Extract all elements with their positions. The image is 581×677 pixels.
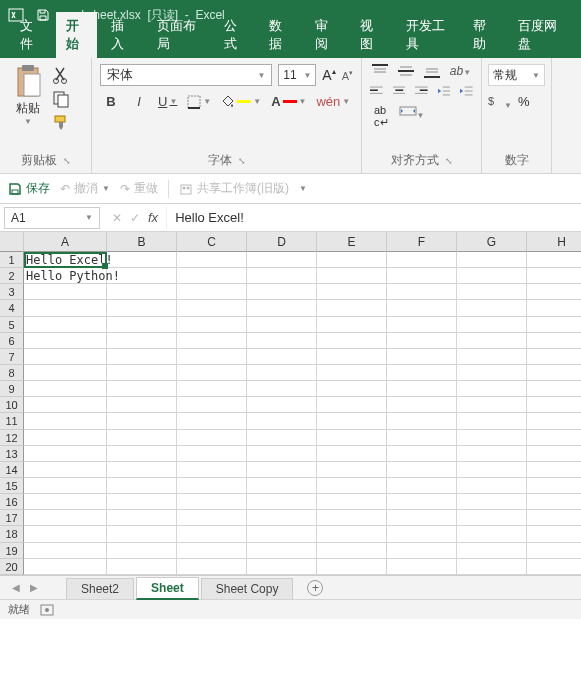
cell[interactable] (457, 478, 527, 494)
cell[interactable] (387, 317, 457, 333)
row-header[interactable]: 12 (0, 430, 24, 446)
cell[interactable] (317, 284, 387, 300)
menu-view[interactable]: 视图 (350, 12, 392, 58)
cell[interactable] (177, 559, 247, 575)
cell[interactable] (457, 381, 527, 397)
qat-share-workbook-button[interactable]: 共享工作簿(旧版) (179, 180, 289, 197)
cell[interactable] (527, 543, 581, 559)
cell[interactable] (457, 284, 527, 300)
qat-redo-button[interactable]: ↷ 重做 (120, 180, 158, 197)
cell[interactable] (317, 510, 387, 526)
row-header[interactable]: 17 (0, 510, 24, 526)
cell[interactable] (527, 430, 581, 446)
cell[interactable] (457, 526, 527, 542)
cell[interactable] (177, 268, 247, 284)
increase-indent-icon[interactable] (460, 84, 473, 98)
cell[interactable] (177, 413, 247, 429)
row-header[interactable]: 5 (0, 317, 24, 333)
cell[interactable] (387, 430, 457, 446)
cell[interactable] (24, 381, 107, 397)
column-header[interactable]: E (317, 232, 387, 252)
cell[interactable] (457, 268, 527, 284)
cell[interactable] (247, 284, 317, 300)
cell[interactable]: Hello Excel! (24, 252, 107, 268)
cell[interactable] (387, 446, 457, 462)
cell[interactable] (177, 494, 247, 510)
cell[interactable] (177, 381, 247, 397)
cell[interactable] (247, 478, 317, 494)
row-header[interactable]: 1 (0, 252, 24, 268)
cell[interactable] (24, 526, 107, 542)
row-header[interactable]: 7 (0, 349, 24, 365)
cell[interactable] (457, 333, 527, 349)
row-header[interactable]: 2 (0, 268, 24, 284)
cell[interactable] (177, 478, 247, 494)
cell[interactable] (317, 349, 387, 365)
cell[interactable] (387, 333, 457, 349)
column-header[interactable]: B (107, 232, 177, 252)
cell[interactable] (387, 543, 457, 559)
cell[interactable] (177, 252, 247, 268)
cell[interactable] (177, 430, 247, 446)
cell[interactable] (457, 413, 527, 429)
cell[interactable] (457, 252, 527, 268)
cell[interactable] (24, 478, 107, 494)
cell[interactable] (387, 510, 457, 526)
cell[interactable] (527, 252, 581, 268)
cell[interactable] (527, 462, 581, 478)
menu-review[interactable]: 审阅 (305, 12, 347, 58)
cell[interactable] (527, 510, 581, 526)
menu-file[interactable]: 文件 (10, 12, 52, 58)
cell[interactable] (107, 284, 177, 300)
sheet-nav-prev-icon[interactable]: ◀ (8, 582, 24, 593)
cell[interactable] (457, 462, 527, 478)
row-header[interactable]: 6 (0, 333, 24, 349)
cell[interactable] (107, 333, 177, 349)
cell[interactable] (527, 559, 581, 575)
cell[interactable] (387, 349, 457, 365)
cell[interactable] (107, 478, 177, 494)
name-box[interactable]: A1▼ (4, 207, 100, 229)
cell[interactable] (317, 430, 387, 446)
cell[interactable] (387, 300, 457, 316)
cell[interactable] (527, 300, 581, 316)
row-header[interactable]: 19 (0, 543, 24, 559)
cell[interactable] (527, 446, 581, 462)
orientation-button[interactable]: ab▼ (450, 64, 471, 78)
cell[interactable] (387, 494, 457, 510)
cell[interactable] (177, 510, 247, 526)
cell[interactable] (177, 526, 247, 542)
cell[interactable] (387, 462, 457, 478)
select-all-corner[interactable] (0, 232, 24, 252)
cell[interactable] (107, 526, 177, 542)
cell[interactable] (387, 478, 457, 494)
align-center-icon[interactable] (393, 84, 406, 98)
cell[interactable] (24, 397, 107, 413)
menu-data[interactable]: 数据 (259, 12, 301, 58)
cell[interactable] (247, 252, 317, 268)
cell[interactable] (317, 559, 387, 575)
cell[interactable] (527, 333, 581, 349)
cell[interactable] (107, 462, 177, 478)
cell[interactable] (177, 462, 247, 478)
border-button[interactable]: ▼ (187, 95, 211, 109)
cell[interactable] (247, 317, 317, 333)
column-header[interactable]: D (247, 232, 317, 252)
cell[interactable] (177, 446, 247, 462)
row-header[interactable]: 18 (0, 526, 24, 542)
align-bottom-icon[interactable] (424, 64, 440, 78)
menu-page-layout[interactable]: 页面布局 (147, 12, 210, 58)
merge-center-button[interactable]: ▼ (399, 104, 425, 129)
cell[interactable] (387, 252, 457, 268)
row-header[interactable]: 3 (0, 284, 24, 300)
cell[interactable] (457, 300, 527, 316)
cell[interactable] (527, 317, 581, 333)
cell[interactable] (24, 494, 107, 510)
add-sheet-button[interactable]: + (307, 580, 323, 596)
cell[interactable] (107, 510, 177, 526)
cell[interactable] (24, 365, 107, 381)
cell[interactable] (527, 381, 581, 397)
cell[interactable] (317, 252, 387, 268)
font-name-combo[interactable]: 宋体▼ (100, 64, 272, 86)
cell[interactable] (457, 317, 527, 333)
